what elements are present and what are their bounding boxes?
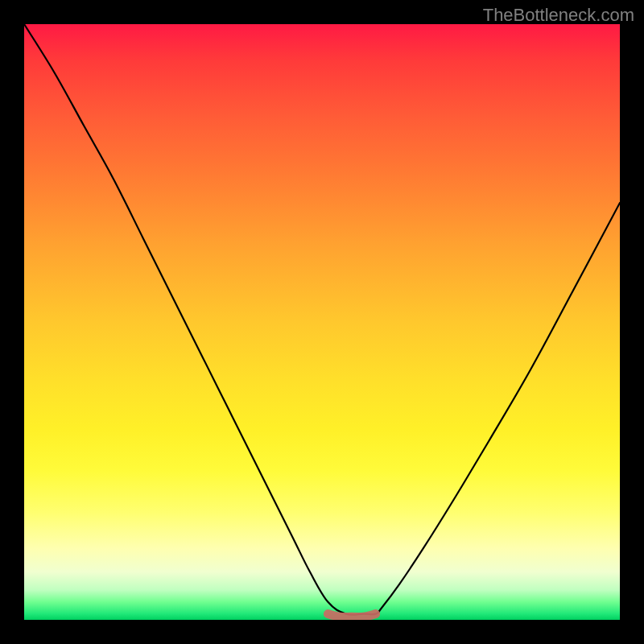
plot-area	[24, 24, 620, 620]
heatmap-gradient	[24, 24, 620, 620]
watermark-label: TheBottleneck.com	[483, 5, 634, 26]
